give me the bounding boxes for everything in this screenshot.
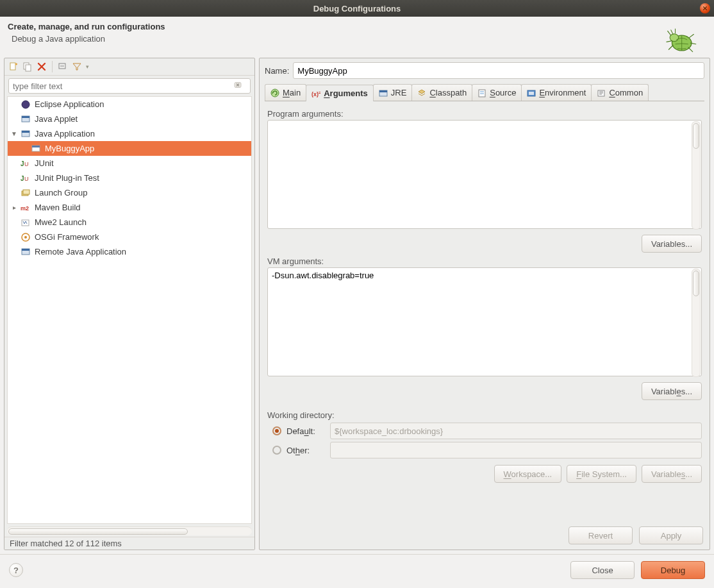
bottom-bar: ? Close Debug: [0, 554, 714, 588]
tree-item-icon: JU: [21, 173, 31, 183]
tab-label: Environment: [539, 88, 586, 97]
tree-item-icon: [21, 99, 31, 110]
filter-icon[interactable]: [72, 62, 82, 72]
revert-button[interactable]: Revert: [569, 526, 633, 544]
tree-item[interactable]: ▼Java Application: [8, 126, 251, 141]
expand-icon[interactable]: ▸: [10, 204, 18, 211]
tree-item-icon: [31, 144, 41, 154]
header: Create, manage, and run configurations D…: [0, 17, 714, 54]
vm-args-label: VM arguments:: [267, 256, 702, 266]
workspace-button[interactable]: Workspace...: [494, 465, 562, 483]
svg-point-23: [24, 236, 27, 239]
other-dir-input: [330, 442, 702, 458]
svg-rect-2: [10, 63, 15, 70]
svg-rect-30: [379, 90, 387, 92]
workdir-variables-button[interactable]: Variables...: [642, 465, 702, 483]
bug-icon: [663, 26, 699, 54]
tab-classpath[interactable]: Classpath: [411, 84, 472, 101]
delete-config-icon[interactable]: [37, 62, 47, 72]
duplicate-config-icon[interactable]: [22, 62, 33, 72]
tree-h-scrollbar[interactable]: [7, 526, 252, 535]
program-args-variables-button[interactable]: Variables...: [642, 235, 702, 253]
debug-button[interactable]: Debug: [641, 561, 705, 579]
tab-label: Arguments: [324, 88, 368, 98]
tab-label: JRE: [391, 88, 407, 97]
tab-icon: [597, 88, 606, 97]
close-icon[interactable]: [700, 3, 710, 13]
tab-arguments[interactable]: (x)=Arguments: [306, 85, 374, 101]
tree-item-label: Maven Build: [35, 203, 81, 212]
filter-row: [8, 78, 251, 94]
tree-item[interactable]: ▸m2Maven Build: [8, 200, 251, 215]
expand-icon[interactable]: ▼: [10, 130, 18, 137]
tree-item[interactable]: MyBuggyApp: [8, 141, 251, 156]
tree-item-label: Mwe2 Launch: [35, 217, 87, 227]
tab-label: Classpath: [429, 88, 467, 97]
tab-label: Main: [283, 88, 301, 97]
tab-source[interactable]: Source: [472, 84, 522, 101]
vm-args-scrollbar[interactable]: [692, 269, 701, 377]
program-args-scrollbar[interactable]: [692, 121, 701, 230]
svg-rect-13: [32, 146, 40, 147]
svg-point-1: [670, 34, 679, 42]
default-dir-input: [330, 423, 702, 439]
svg-text:J: J: [21, 160, 24, 167]
tree-item-label: JUnit: [35, 158, 54, 168]
tab-icon: [417, 88, 426, 97]
tab-label: Source: [490, 88, 516, 97]
tree-item-label: Eclipse Application: [35, 99, 104, 109]
collapse-all-icon[interactable]: [58, 62, 68, 72]
tree-item[interactable]: Java Applet: [8, 112, 251, 126]
svg-text:m2: m2: [21, 205, 29, 212]
other-radio[interactable]: [272, 446, 281, 455]
apply-button[interactable]: Apply: [639, 526, 703, 544]
tree-item-label: Launch Group: [35, 188, 87, 197]
config-tree[interactable]: Eclipse ApplicationJava Applet▼Java Appl…: [7, 96, 252, 524]
clear-filter-icon[interactable]: [234, 81, 243, 92]
file-system-button[interactable]: File System...: [567, 465, 636, 483]
filter-menu-dropdown-icon[interactable]: ▾: [86, 63, 89, 70]
tab-body-arguments: Program arguments: Variables... VM argum…: [265, 101, 704, 520]
help-icon[interactable]: ?: [9, 563, 23, 577]
tree-item[interactable]: OSGi Framework: [8, 230, 251, 244]
toolbar-separator: [52, 61, 53, 72]
vm-args-variables-button[interactable]: Variables...: [642, 382, 702, 400]
default-radio[interactable]: [272, 426, 281, 435]
svg-point-26: [271, 89, 279, 97]
tree-item[interactable]: JUJUnit Plug-in Test: [8, 171, 251, 185]
svg-rect-21: [22, 220, 29, 226]
vm-args-textarea[interactable]: [267, 267, 702, 376]
svg-rect-9: [22, 116, 29, 118]
tree-item-icon: [21, 232, 31, 242]
tree-item-label: Java Application: [35, 129, 95, 139]
tree-item-icon: [21, 247, 31, 257]
tree-item-label: JUnit Plug-in Test: [35, 173, 99, 183]
window-title: Debug Configurations: [313, 4, 401, 13]
tree-item[interactable]: JUJUnit: [8, 156, 251, 171]
svg-text:U: U: [24, 176, 29, 182]
name-input[interactable]: [293, 62, 704, 79]
tree-item[interactable]: Eclipse Application: [8, 97, 251, 112]
filter-input[interactable]: [8, 78, 251, 94]
tree-item-label: MyBuggyApp: [45, 144, 94, 153]
tree-item[interactable]: Mwe2 Launch: [8, 215, 251, 230]
svg-rect-11: [22, 131, 29, 133]
tab-icon: (x)=: [311, 89, 320, 98]
tree-item[interactable]: Launch Group: [8, 185, 251, 200]
tree-item-icon: [21, 188, 31, 198]
close-button[interactable]: Close: [570, 561, 635, 579]
tab-icon: [379, 88, 388, 97]
left-toolbar: ▾: [4, 58, 254, 76]
tree-item[interactable]: Remote Java Application: [8, 244, 251, 259]
program-args-textarea[interactable]: [267, 120, 702, 229]
titlebar: Debug Configurations: [0, 0, 714, 17]
tab-jre[interactable]: JRE: [373, 84, 413, 101]
tab-common[interactable]: Common: [591, 84, 649, 101]
default-radio-label: Default:: [286, 426, 325, 436]
tree-item-icon: JU: [21, 158, 31, 169]
other-radio-label: Other:: [286, 446, 325, 455]
svg-rect-33: [529, 92, 534, 95]
tab-environment[interactable]: Environment: [521, 84, 592, 101]
new-config-icon[interactable]: [8, 62, 19, 72]
tab-main[interactable]: Main: [265, 84, 306, 101]
